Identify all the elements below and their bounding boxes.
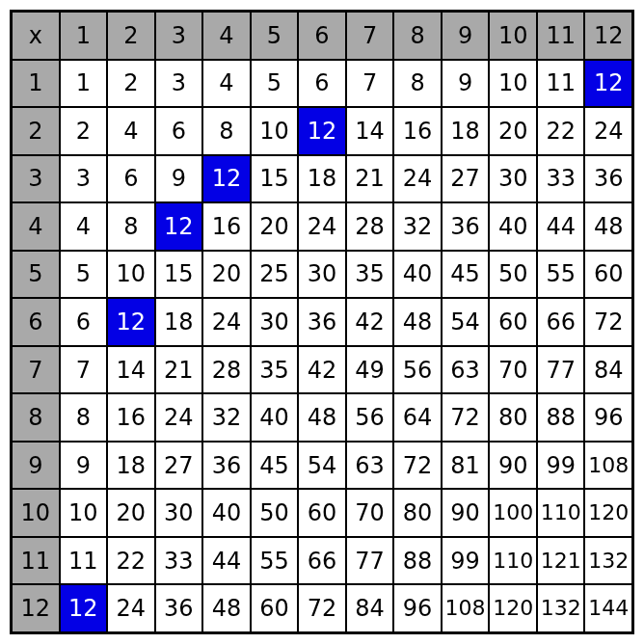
product-cell-r9-c9: 81 xyxy=(442,442,490,490)
product-cell-r3-c12: 36 xyxy=(584,155,632,203)
product-cell-r7-c10: 70 xyxy=(489,346,537,394)
product-cell-r6-c7-value: 42 xyxy=(355,310,385,334)
product-cell-r2-c5: 10 xyxy=(251,107,299,155)
product-cell-r6-c2-value: 12 xyxy=(117,310,147,334)
row-header-9-value: 9 xyxy=(28,454,42,477)
row-header-11: 11 xyxy=(12,537,60,585)
product-cell-r7-c4-value: 28 xyxy=(212,359,242,382)
product-cell-r12-c12: 144 xyxy=(584,584,632,632)
product-cell-r8-c2: 16 xyxy=(107,393,155,442)
product-cell-r5-c9-value: 45 xyxy=(450,262,480,285)
product-cell-r3-c11-value: 33 xyxy=(546,167,576,190)
product-cell-r11-c11-value: 121 xyxy=(541,550,581,572)
product-cell-r3-c9: 27 xyxy=(442,155,490,203)
product-cell-r8-c3-value: 24 xyxy=(164,406,194,429)
product-cell-r10-c5: 50 xyxy=(251,489,299,537)
product-cell-r4-c11-value: 44 xyxy=(546,215,576,238)
product-cell-r4-c4-value: 16 xyxy=(212,215,242,238)
product-cell-r1-c8: 8 xyxy=(393,60,442,108)
product-cell-r8-c5-value: 40 xyxy=(259,406,289,429)
product-cell-r9-c4: 36 xyxy=(202,442,251,490)
product-cell-r12-c1-value: 12 xyxy=(68,597,98,620)
product-cell-r10-c12-value: 120 xyxy=(588,502,629,523)
product-cell-r10-c2: 20 xyxy=(107,489,155,537)
product-cell-r6-c10: 60 xyxy=(489,298,537,346)
product-cell-r3-c11: 33 xyxy=(537,155,585,203)
product-cell-r11-c9: 99 xyxy=(442,537,490,585)
col-header-4-value: 4 xyxy=(219,24,233,47)
product-cell-r9-c5: 45 xyxy=(251,442,299,490)
col-header-7-value: 7 xyxy=(362,24,377,47)
product-cell-r5-c7: 35 xyxy=(346,251,394,299)
corner-cell: x xyxy=(12,12,60,60)
product-cell-r5-c12: 60 xyxy=(584,251,632,299)
product-cell-r6-c1-value: 6 xyxy=(76,310,91,334)
corner-cell-value: x xyxy=(29,24,42,47)
product-cell-r3-c3-value: 9 xyxy=(172,167,186,190)
product-cell-r8-c10-value: 80 xyxy=(498,406,528,429)
product-cell-r11-c10-value: 110 xyxy=(493,550,533,572)
product-cell-r7-c5: 35 xyxy=(251,346,299,394)
product-cell-r2-c4-value: 8 xyxy=(219,120,233,143)
row-header-5-value: 5 xyxy=(28,262,42,285)
product-cell-r12-c2-value: 24 xyxy=(117,597,147,620)
product-cell-r2-c1-value: 2 xyxy=(76,120,91,143)
product-cell-r12-c4: 48 xyxy=(202,584,251,632)
product-cell-r7-c10-value: 70 xyxy=(498,359,528,382)
product-cell-r9-c8: 72 xyxy=(393,442,442,490)
product-cell-r7-c9: 63 xyxy=(442,346,490,394)
product-cell-r12-c7: 84 xyxy=(346,584,394,632)
product-cell-r1-c7-value: 7 xyxy=(362,71,377,94)
product-cell-r9-c1: 9 xyxy=(60,442,108,490)
row-header-11-value: 11 xyxy=(20,550,50,573)
product-cell-r8-c8: 64 xyxy=(393,393,442,442)
product-cell-r5-c4-value: 20 xyxy=(212,262,242,285)
product-cell-r5-c11-value: 55 xyxy=(546,262,576,285)
product-cell-r12-c4-value: 48 xyxy=(212,597,242,620)
product-cell-r6-c11: 66 xyxy=(537,298,585,346)
product-cell-r7-c2-value: 14 xyxy=(117,359,147,382)
product-cell-r6-c9: 54 xyxy=(442,298,490,346)
product-cell-r1-c5-value: 5 xyxy=(267,71,282,94)
product-cell-r10-c2-value: 20 xyxy=(117,501,147,524)
product-cell-r4-c2: 8 xyxy=(107,202,155,251)
product-cell-r9-c7: 63 xyxy=(346,442,394,490)
product-cell-r2-c2-value: 4 xyxy=(123,120,138,143)
row-header-7: 7 xyxy=(12,346,60,394)
product-cell-r1-c1: 1 xyxy=(60,60,108,108)
multiplication-table: x123456789101112112345678910111222468101… xyxy=(10,10,634,634)
product-cell-r2-c1: 2 xyxy=(60,107,108,155)
product-cell-r9-c2: 18 xyxy=(107,442,155,490)
row-header-12: 12 xyxy=(12,584,60,632)
product-cell-r11-c2: 22 xyxy=(107,537,155,585)
product-cell-r7-c7-value: 49 xyxy=(355,359,385,382)
product-cell-r8-c7-value: 56 xyxy=(355,406,385,429)
product-cell-r1-c3-value: 3 xyxy=(172,71,186,94)
product-cell-r10-c4: 40 xyxy=(202,489,251,537)
col-header-7: 7 xyxy=(346,12,394,60)
product-cell-r10-c10: 100 xyxy=(489,489,537,537)
product-cell-r12-c6: 72 xyxy=(298,584,346,632)
product-cell-r11-c4: 44 xyxy=(202,537,251,585)
product-cell-r12-c10: 120 xyxy=(489,584,537,632)
product-cell-r1-c9-value: 9 xyxy=(458,71,472,94)
product-cell-r11-c1: 11 xyxy=(60,537,108,585)
row-header-8-value: 8 xyxy=(28,406,42,429)
product-cell-r1-c2: 2 xyxy=(107,60,155,108)
product-cell-r6-c4-value: 24 xyxy=(212,310,242,334)
product-cell-r10-c1: 10 xyxy=(60,489,108,537)
product-cell-r4-c11: 44 xyxy=(537,202,585,251)
col-header-5-value: 5 xyxy=(267,24,282,47)
product-cell-r2-c12-value: 24 xyxy=(594,120,624,143)
product-cell-r5-c6: 30 xyxy=(298,251,346,299)
product-cell-r10-c6-value: 60 xyxy=(308,501,337,524)
product-cell-r7-c2: 14 xyxy=(107,346,155,394)
product-cell-r8-c6-value: 48 xyxy=(308,406,337,429)
product-cell-r12-c9: 108 xyxy=(442,584,490,632)
product-cell-r7-c1: 7 xyxy=(60,346,108,394)
product-cell-r2-c8: 16 xyxy=(393,107,442,155)
product-cell-r4-c8: 32 xyxy=(393,202,442,251)
row-header-8: 8 xyxy=(12,393,60,442)
product-cell-r3-c10: 30 xyxy=(489,155,537,203)
product-cell-r11-c4-value: 44 xyxy=(212,550,242,573)
